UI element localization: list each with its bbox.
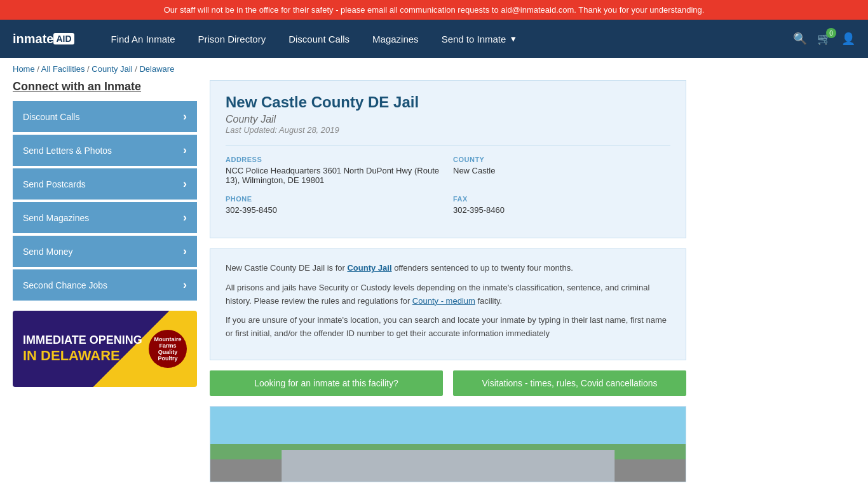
breadcrumb-delaware[interactable]: Delaware (139, 64, 174, 74)
address-label: ADDRESS (226, 156, 443, 163)
fax-block: FAX 302-395-8460 (453, 195, 670, 215)
search-icon[interactable]: 🔍 (793, 32, 807, 46)
description-p2: All prisons and jails have Security or C… (226, 281, 670, 308)
main-content: New Castle County DE Jail County Jail La… (210, 80, 686, 482)
nav-links: Find An Inmate Prison Directory Discount… (100, 20, 793, 58)
description-p1: New Castle County DE Jail is for County … (226, 262, 670, 275)
phone-value: 302-395-8450 (226, 205, 443, 215)
alert-text: Our staff will not be in the office for … (164, 5, 705, 15)
county-medium-link[interactable]: County - medium (412, 296, 475, 306)
address-block: ADDRESS NCC Police Headquarters 3601 Nor… (226, 156, 443, 185)
facility-name: New Castle County DE Jail (226, 93, 670, 111)
nav-right: 🔍 🛒 0 👤 (793, 32, 855, 46)
chevron-right-icon: › (183, 278, 187, 292)
ad-logo: Mountaire Farms Quality Poultry (149, 330, 187, 368)
facility-card: New Castle County DE Jail County Jail La… (210, 80, 686, 238)
facility-info-grid: ADDRESS NCC Police Headquarters 3601 Nor… (226, 145, 670, 215)
chevron-right-icon: › (183, 110, 187, 123)
ad-banner[interactable]: IMMEDIATE OPENING IN DELAWARE Mountaire … (13, 311, 197, 387)
facility-type: County Jail (226, 114, 670, 125)
breadcrumb-all-facilities[interactable]: All Facilities (41, 64, 85, 74)
building-shape (281, 450, 614, 482)
county-block: COUNTY New Castle (453, 156, 670, 185)
county-value: New Castle (453, 166, 670, 175)
sidebar: Connect with an Inmate Discount Calls › … (13, 80, 197, 482)
nav-find-inmate[interactable]: Find An Inmate (100, 20, 187, 58)
user-icon[interactable]: 👤 (841, 32, 855, 46)
sidebar-title: Connect with an Inmate (13, 80, 197, 93)
facility-description: New Castle County DE Jail is for County … (210, 248, 686, 360)
nav-prison-directory[interactable]: Prison Directory (187, 20, 278, 58)
cart-count: 0 (826, 28, 836, 38)
nav-discount-calls[interactable]: Discount Calls (277, 20, 361, 58)
logo[interactable]: inmateAID (13, 32, 74, 46)
logo-inmate-text: inmate (13, 32, 53, 46)
facility-image (210, 406, 686, 482)
chevron-right-icon: › (183, 211, 187, 224)
county-jail-link[interactable]: County Jail (347, 263, 391, 273)
address-value: NCC Police Headquarters 3601 North DuPon… (226, 166, 443, 185)
alert-bar: Our staff will not be in the office for … (0, 0, 868, 20)
send-money-button[interactable]: Send Money › (13, 236, 197, 267)
nav-send-to-inmate[interactable]: Send to Inmate ▾ (430, 20, 528, 58)
breadcrumb-county-jail[interactable]: County Jail (92, 64, 132, 74)
action-buttons: Looking for an inmate at this facility? … (210, 370, 686, 396)
chevron-right-icon: › (183, 144, 187, 157)
breadcrumb: Home / All Facilities / County Jail / De… (0, 58, 868, 80)
fax-label: FAX (453, 195, 670, 203)
fax-value: 302-395-8460 (453, 205, 670, 215)
breadcrumb-home[interactable]: Home (13, 64, 35, 74)
page-content: Connect with an Inmate Discount Calls › … (0, 80, 699, 488)
logo-aid-text: AID (53, 33, 74, 44)
find-inmate-button[interactable]: Looking for an inmate at this facility? (210, 370, 443, 396)
send-letters-button[interactable]: Send Letters & Photos › (13, 135, 197, 166)
cart-icon[interactable]: 🛒 0 (817, 32, 831, 46)
visitations-button[interactable]: Visitations - times, rules, Covid cancel… (453, 370, 686, 396)
chevron-right-icon: › (183, 177, 187, 191)
second-chance-jobs-button[interactable]: Second Chance Jobs › (13, 269, 197, 301)
facility-updated: Last Updated: August 28, 2019 (226, 125, 670, 135)
discount-calls-button[interactable]: Discount Calls › (13, 101, 197, 132)
nav-magazines[interactable]: Magazines (361, 20, 430, 58)
description-p3: If you are unsure of your inmate's locat… (226, 314, 670, 341)
phone-block: PHONE 302-395-8450 (226, 195, 443, 215)
send-magazines-button[interactable]: Send Magazines › (13, 202, 197, 233)
main-nav: inmateAID Find An Inmate Prison Director… (0, 20, 868, 58)
county-label: COUNTY (453, 156, 670, 163)
dropdown-arrow-icon: ▾ (511, 33, 516, 44)
send-postcards-button[interactable]: Send Postcards › (13, 168, 197, 200)
chevron-right-icon: › (183, 245, 187, 258)
phone-label: PHONE (226, 195, 443, 203)
